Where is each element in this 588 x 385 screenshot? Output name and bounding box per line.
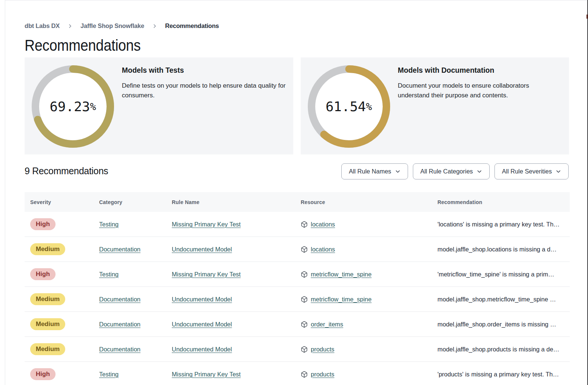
recommendation-cell: 'metricflow_time_spine' is missing a pri… bbox=[432, 271, 570, 278]
rule-name-cell: Undocumented Model bbox=[166, 346, 295, 353]
rule-name-link[interactable]: Missing Primary Key Test bbox=[172, 271, 241, 278]
table-row: HighTestingMissing Primary Key Testlocat… bbox=[25, 212, 570, 237]
donut-percent-label: 61.54% bbox=[308, 65, 390, 148]
category-link[interactable]: Documentation bbox=[99, 246, 140, 253]
percent-sign: % bbox=[90, 101, 96, 112]
rule-name-link[interactable]: Undocumented Model bbox=[172, 321, 232, 328]
metric-card-description: Document your models to ensure collabora… bbox=[398, 81, 577, 100]
resource-link[interactable]: locations bbox=[311, 221, 335, 228]
recommendation-cell: model.jaffle_shop.locations is missing a… bbox=[432, 246, 570, 253]
severity-badge: High bbox=[30, 368, 56, 380]
table-row: MediumDocumentationUndocumented Modelord… bbox=[25, 312, 570, 337]
category-cell: Documentation bbox=[94, 296, 166, 303]
severity-badge: Medium bbox=[30, 243, 65, 255]
column-header-severity: Severity bbox=[25, 199, 94, 205]
filter-label: All Rule Categories bbox=[420, 168, 473, 175]
severity-cell: High bbox=[25, 368, 94, 380]
category-link[interactable]: Documentation bbox=[99, 296, 140, 303]
column-header-resource: Resource bbox=[295, 199, 432, 205]
model-cube-icon bbox=[301, 271, 308, 278]
rule-name-link[interactable]: Undocumented Model bbox=[172, 246, 232, 253]
rule-name-cell: Undocumented Model bbox=[166, 321, 295, 328]
severity-badge: Medium bbox=[30, 343, 65, 355]
resource-cell: order_items bbox=[295, 321, 432, 328]
category-link[interactable]: Documentation bbox=[99, 346, 140, 353]
rule-name-cell: Missing Primary Key Test bbox=[166, 221, 295, 228]
severity-cell: Medium bbox=[25, 293, 94, 305]
resource-link[interactable]: products bbox=[311, 371, 334, 378]
column-header-rule-name: Rule Name bbox=[166, 199, 295, 205]
category-link[interactable]: Testing bbox=[99, 271, 118, 278]
filter-label: All Rule Names bbox=[349, 168, 391, 175]
resource-link[interactable]: products bbox=[311, 346, 334, 353]
rule-name-link[interactable]: Undocumented Model bbox=[172, 296, 232, 303]
table-row: HighTestingMissing Primary Key Testmetri… bbox=[25, 262, 570, 287]
metric-card-title: Models with Documentation bbox=[398, 66, 577, 75]
category-link[interactable]: Testing bbox=[99, 221, 118, 228]
donut-chart: 61.54% bbox=[308, 65, 390, 148]
metric-card-text: Models with TestsDefine tests on your mo… bbox=[122, 66, 301, 100]
table-row: MediumDocumentationUndocumented Modelpro… bbox=[25, 337, 570, 362]
rule-name-cell: Missing Primary Key Test bbox=[166, 371, 295, 378]
breadcrumb-item-dbt-labs-dx[interactable]: dbt Labs DX bbox=[25, 22, 60, 29]
chevron-down-icon bbox=[395, 169, 401, 174]
breadcrumb-item-recommendations[interactable]: Recommendations bbox=[165, 22, 219, 29]
chevron-down-icon bbox=[556, 169, 561, 174]
recommendation-cell: model.jaffle_shop.order_items is missing… bbox=[432, 321, 570, 328]
resource-cell: locations bbox=[295, 221, 432, 228]
rule-name-cell: Undocumented Model bbox=[166, 296, 295, 303]
model-cube-icon bbox=[301, 321, 308, 328]
table-row: MediumDocumentationUndocumented Modelmet… bbox=[25, 287, 570, 312]
resource-link[interactable]: metricflow_time_spine bbox=[311, 296, 372, 303]
recommendation-cell: model.jaffle_shop.products is missing a … bbox=[432, 346, 570, 353]
table-row: HighTestingMissing Primary Key Testprodu… bbox=[25, 362, 570, 385]
recommendation-cell: 'products' is missing a primary key test… bbox=[432, 371, 570, 378]
filter-dropdown-all-rule-severities[interactable]: All Rule Severities bbox=[494, 163, 569, 179]
column-header-category: Category bbox=[94, 199, 166, 205]
metric-card-text: Models with DocumentationDocument your m… bbox=[398, 66, 577, 100]
severity-cell: Medium bbox=[25, 243, 94, 255]
filter-dropdown-all-rule-names[interactable]: All Rule Names bbox=[341, 163, 408, 179]
resource-cell: locations bbox=[295, 246, 432, 253]
category-link[interactable]: Documentation bbox=[99, 321, 140, 328]
metric-card-0: 69.23%Models with TestsDefine tests on y… bbox=[25, 57, 293, 154]
table-row: MediumDocumentationUndocumented Modelloc… bbox=[25, 237, 570, 262]
rule-name-link[interactable]: Missing Primary Key Test bbox=[172, 221, 241, 228]
column-header-recommendation: Recommendation bbox=[432, 199, 570, 205]
metric-card-title: Models with Tests bbox=[122, 66, 301, 75]
severity-cell: Medium bbox=[25, 318, 94, 330]
category-cell: Testing bbox=[94, 221, 166, 228]
breadcrumb-item-jaffle-shop-snowflake[interactable]: Jaffle Shop Snowflake bbox=[80, 22, 144, 29]
rule-name-link[interactable]: Undocumented Model bbox=[172, 346, 232, 353]
breadcrumb-separator-icon bbox=[67, 24, 73, 29]
resource-cell: metricflow_time_spine bbox=[295, 271, 432, 278]
metric-cards: 69.23%Models with TestsDefine tests on y… bbox=[25, 57, 569, 154]
rule-name-cell: Missing Primary Key Test bbox=[166, 271, 295, 278]
resource-cell: metricflow_time_spine bbox=[295, 296, 432, 303]
resource-link[interactable]: order_items bbox=[311, 321, 343, 328]
panel-divider bbox=[5, 0, 5, 385]
category-link[interactable]: Testing bbox=[99, 371, 118, 378]
resource-cell: products bbox=[295, 371, 432, 378]
model-cube-icon bbox=[301, 371, 308, 378]
donut-percent-label: 69.23% bbox=[32, 65, 114, 148]
page-title: Recommendations bbox=[25, 36, 141, 54]
severity-badge: Medium bbox=[30, 293, 65, 305]
severity-cell: High bbox=[25, 268, 94, 280]
metric-card-1: 61.54%Models with DocumentationDocument … bbox=[301, 57, 569, 154]
severity-cell: Medium bbox=[25, 343, 94, 355]
table-header-row: SeverityCategoryRule NameResourceRecomme… bbox=[25, 192, 570, 212]
breadcrumb-separator-icon bbox=[152, 24, 157, 29]
resource-link[interactable]: metricflow_time_spine bbox=[311, 271, 372, 278]
severity-badge: High bbox=[30, 218, 56, 230]
donut-chart: 69.23% bbox=[32, 65, 114, 148]
model-cube-icon bbox=[301, 296, 308, 303]
rule-name-cell: Undocumented Model bbox=[166, 246, 295, 253]
resource-link[interactable]: locations bbox=[311, 246, 335, 253]
severity-badge: High bbox=[30, 268, 56, 280]
window-right-notch bbox=[587, 15, 588, 19]
recommendation-cell: 'locations' is missing a primary key tes… bbox=[432, 221, 570, 228]
chevron-down-icon bbox=[477, 169, 482, 174]
rule-name-link[interactable]: Missing Primary Key Test bbox=[172, 371, 241, 378]
filter-dropdown-all-rule-categories[interactable]: All Rule Categories bbox=[413, 163, 490, 179]
